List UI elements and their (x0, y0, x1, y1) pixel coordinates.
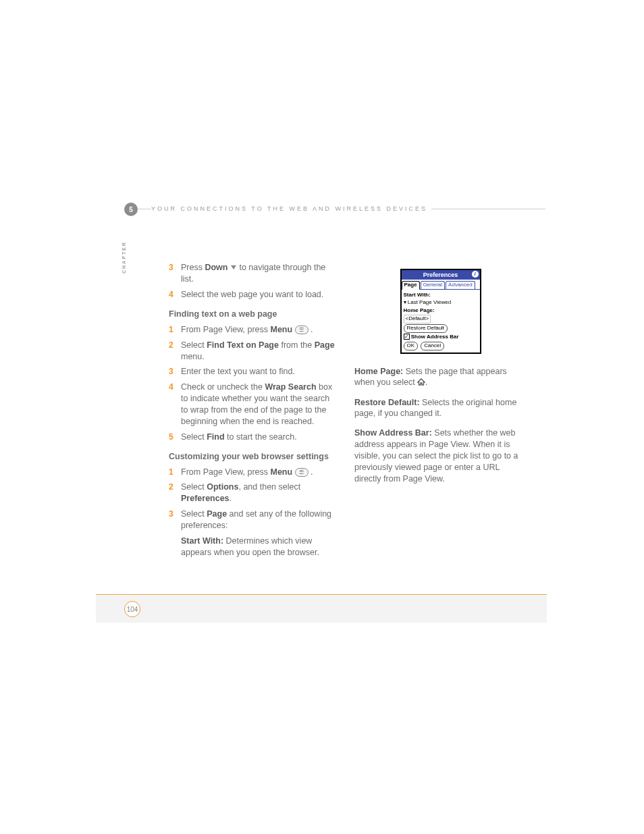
chapter-badge: 5 (124, 203, 138, 216)
footer-rule (96, 594, 547, 595)
step-number: 4 (169, 382, 181, 427)
cancel-button: Cancel (421, 342, 444, 350)
step-number: 3 (169, 366, 181, 377)
step-item: 3 Select Page and set any of the followi… (169, 509, 338, 531)
step-text: Select Options, and then select Preferen… (181, 481, 338, 504)
step-item: 2 Select Options, and then select Prefer… (169, 481, 338, 504)
step-number: 2 (169, 340, 181, 363)
down-arrow-icon (230, 262, 237, 273)
step-item: 5 Select Find to start the search. (169, 432, 338, 443)
ok-button: OK (404, 342, 419, 350)
step-item: 3 Press Down to navigate through the lis… (169, 262, 338, 285)
step-item: 1 From Page View, press Menu ☰ . (169, 467, 338, 478)
step-number: 3 (169, 509, 181, 531)
step-text: From Page View, press Menu ☰ . (181, 467, 338, 478)
step-text: Select Find Text on Page from the Page m… (181, 340, 338, 363)
step-number: 1 (169, 324, 181, 336)
step-item: 2 Select Find Text on Page from the Page… (169, 340, 338, 363)
home-icon (417, 377, 425, 389)
step-number: 4 (169, 289, 181, 301)
page-number: 104 (124, 601, 140, 617)
pref-tabs: Page General Advanced (402, 280, 480, 290)
pref-body: Start With: ▾ Last Page Viewed Home Page… (402, 290, 480, 353)
definition-item: Home Page: Sets the page that appears wh… (354, 366, 527, 389)
step-text: Check or uncheck the Wrap Search box to … (181, 382, 338, 427)
definition-item: Show Address Bar: Sets whether the web a… (354, 427, 527, 484)
footer-block (96, 596, 547, 623)
step-item: 4 Check or uncheck the Wrap Search box t… (169, 382, 338, 427)
preferences-screenshot: Preferences i Page General Advanced Star… (400, 269, 481, 354)
checkbox-icon: ✓ (404, 334, 410, 340)
step-item: 3 Enter the text you want to find. (169, 366, 338, 377)
header-title: YOUR CONNECTIONS TO THE WEB AND WIRELESS… (151, 205, 431, 212)
left-column: 3 Press Down to navigate through the lis… (169, 262, 338, 558)
step-item: 4 Select the web page you want to load. (169, 289, 338, 301)
step-number: 3 (169, 262, 181, 285)
tab-advanced: Advanced (446, 281, 475, 289)
tab-general: General (421, 281, 445, 289)
section-heading: Customizing your web browser settings (169, 451, 338, 463)
info-icon: i (472, 271, 479, 278)
definition-item: Start With: Determines which view appear… (181, 536, 338, 558)
menu-key-icon: ☰ (295, 468, 308, 477)
svg-marker-0 (231, 265, 236, 269)
menu-key-icon: ☰ (295, 325, 308, 334)
step-number: 5 (169, 432, 181, 443)
right-column: Preferences i Page General Advanced Star… (354, 269, 527, 485)
step-text: Select the web page you want to load. (181, 289, 338, 301)
restore-default-button: Restore Default (404, 324, 448, 333)
default-select: <Default> (404, 315, 431, 323)
tab-page: Page (402, 281, 420, 290)
chapter-label: CHAPTER (122, 241, 126, 273)
step-item: 1 From Page View, press Menu ☰ . (169, 324, 338, 336)
step-text: Select Find to start the search. (181, 432, 338, 443)
step-number: 2 (169, 481, 181, 504)
definition-item: Restore Default: Selects the original ho… (354, 397, 527, 420)
section-heading: Finding text on a web page (169, 309, 338, 320)
step-text: From Page View, press Menu ☰ . (181, 324, 338, 336)
step-text: Enter the text you want to find. (181, 366, 338, 377)
step-text: Select Page and set any of the following… (181, 509, 338, 531)
step-text: Press Down to navigate through the list. (181, 262, 338, 285)
step-number: 1 (169, 467, 181, 478)
pref-titlebar: Preferences i (402, 270, 480, 280)
